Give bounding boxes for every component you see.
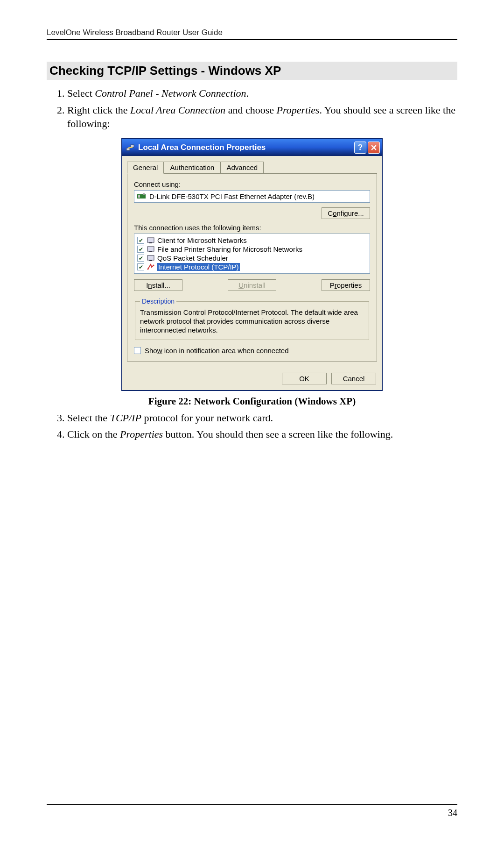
checkbox-icon[interactable]: ✔ bbox=[137, 237, 144, 244]
svg-rect-7 bbox=[147, 247, 154, 251]
step-3-a: Select the bbox=[67, 412, 110, 424]
step-4: Click on the Properties button. You shou… bbox=[67, 427, 457, 441]
client-icon bbox=[147, 237, 154, 244]
share-icon bbox=[147, 246, 154, 253]
titlebar[interactable]: Local Area Connection Properties ? bbox=[122, 139, 382, 156]
show-icon-u: w bbox=[157, 347, 162, 355]
list-item[interactable]: ✔ Client for Microsoft Networks bbox=[136, 236, 368, 245]
ok-button[interactable]: OK bbox=[282, 373, 327, 384]
checkbox-icon[interactable]: ✔ bbox=[137, 255, 144, 262]
checkbox-icon[interactable]: ✔ bbox=[137, 263, 144, 270]
step-3-c: protocol for your network card. bbox=[141, 412, 273, 424]
show-icon-post: icon in notification area when connected bbox=[162, 347, 289, 355]
step-3-b: TCP/IP bbox=[110, 412, 141, 424]
svg-point-11 bbox=[147, 268, 149, 269]
tab-authentication[interactable]: Authentication bbox=[164, 162, 220, 174]
page-footer: 34 bbox=[47, 804, 457, 818]
list-item[interactable]: ✔ QoS Packet Scheduler bbox=[136, 254, 368, 262]
description-legend: Description bbox=[140, 298, 176, 305]
configure-button[interactable]: Configure... bbox=[322, 207, 370, 219]
step-4-a: Click on the bbox=[67, 428, 120, 440]
configure-pre: C bbox=[328, 209, 333, 217]
section-title: Checking TCP/IP Settings - Windows XP bbox=[47, 62, 457, 80]
svg-rect-6 bbox=[149, 242, 152, 243]
install-u: n bbox=[148, 281, 152, 289]
step-4-b: Properties bbox=[120, 428, 163, 440]
figure-caption: Figure 22: Network Configuration (Window… bbox=[148, 396, 356, 407]
step-2-d: Properties bbox=[276, 104, 319, 116]
cancel-button[interactable]: Cancel bbox=[331, 373, 376, 384]
properties-pre: P bbox=[330, 281, 335, 289]
doc-header: LevelOne Wireless Broadband Router User … bbox=[47, 28, 457, 40]
adapter-field[interactable]: D-Link DFE-530TX PCI Fast Ethernet Adapt… bbox=[134, 190, 370, 203]
step-2-a: Right click the bbox=[67, 104, 130, 116]
svg-rect-10 bbox=[149, 260, 152, 261]
list-item[interactable]: ✔ File and Printer Sharing for Microsoft… bbox=[136, 245, 368, 254]
show-icon-pre: Sho bbox=[145, 347, 157, 355]
uninstall-button: Uninstall bbox=[228, 279, 276, 291]
items-label: This connection uses the following items… bbox=[134, 224, 370, 232]
install-button[interactable]: Install... bbox=[134, 279, 182, 291]
description-text: Transmission Control Protocol/Internet P… bbox=[140, 308, 364, 335]
title-text: Local Area Connection Properties bbox=[138, 143, 266, 152]
svg-rect-4 bbox=[143, 193, 145, 195]
tab-general[interactable]: General bbox=[127, 162, 164, 174]
tcpip-icon bbox=[147, 263, 154, 271]
page-number: 34 bbox=[448, 808, 457, 818]
install-post: stall... bbox=[152, 281, 170, 289]
svg-rect-3 bbox=[138, 195, 140, 198]
list-item-label: Internet Protocol (TCP/IP) bbox=[157, 263, 240, 271]
list-item[interactable]: ✔ Internet Protocol (TCP/IP) bbox=[136, 262, 368, 271]
svg-rect-9 bbox=[147, 255, 154, 260]
close-button[interactable] bbox=[368, 142, 380, 154]
description-group: Description Transmission Control Protoco… bbox=[135, 298, 369, 340]
properties-post: operties bbox=[337, 281, 362, 289]
steps-list-top: Select Control Panel - Network Connectio… bbox=[47, 86, 457, 131]
properties-button[interactable]: Properties bbox=[322, 279, 370, 291]
step-1-tail: . bbox=[246, 87, 249, 99]
svg-rect-5 bbox=[147, 238, 154, 242]
checkbox-icon[interactable]: ✔ bbox=[137, 246, 144, 253]
show-icon-label: Show icon in notification area when conn… bbox=[145, 347, 289, 355]
step-1-italic: Control Panel - Network Connection bbox=[95, 87, 246, 99]
list-item-label: QoS Packet Scheduler bbox=[157, 254, 228, 262]
configure-post: nfigure... bbox=[336, 209, 364, 217]
items-listbox[interactable]: ✔ Client for Microsoft Networks ✔ File bbox=[134, 234, 370, 274]
step-2: Right click the Local Area Connection an… bbox=[67, 103, 457, 131]
connect-using-label: Connect using: bbox=[134, 180, 370, 188]
svg-point-12 bbox=[153, 264, 154, 266]
step-1-text: Select bbox=[67, 87, 95, 99]
step-2-b: Local Area Connection bbox=[130, 104, 225, 116]
connection-icon bbox=[126, 143, 134, 152]
list-item-label: File and Printer Sharing for Microsoft N… bbox=[157, 245, 302, 253]
xp-dialog: Local Area Connection Properties ? Gener… bbox=[121, 138, 383, 391]
help-button[interactable]: ? bbox=[354, 142, 366, 154]
step-2-c: and choose bbox=[225, 104, 276, 116]
uninstall-u: U bbox=[238, 281, 244, 289]
step-4-c: button. You should then see a screen lik… bbox=[163, 428, 393, 440]
step-3: Select the TCP/IP protocol for your netw… bbox=[67, 411, 457, 425]
list-item-label: Client for Microsoft Networks bbox=[157, 236, 247, 244]
qos-icon bbox=[147, 255, 154, 262]
tab-advanced[interactable]: Advanced bbox=[220, 162, 264, 174]
adapter-text: D-Link DFE-530TX PCI Fast Ethernet Adapt… bbox=[149, 192, 315, 200]
steps-list-bottom: Select the TCP/IP protocol for your netw… bbox=[47, 411, 457, 441]
svg-rect-8 bbox=[149, 251, 152, 252]
tab-strip: General Authentication Advanced bbox=[127, 162, 377, 174]
uninstall-post: ninstall bbox=[244, 281, 266, 289]
nic-icon bbox=[137, 193, 146, 200]
show-icon-checkbox[interactable]: ✔ bbox=[134, 347, 141, 354]
step-1: Select Control Panel - Network Connectio… bbox=[67, 86, 457, 100]
tab-panel-general: Connect using: D-Link DFE-530TX PCI Fast… bbox=[127, 173, 377, 362]
